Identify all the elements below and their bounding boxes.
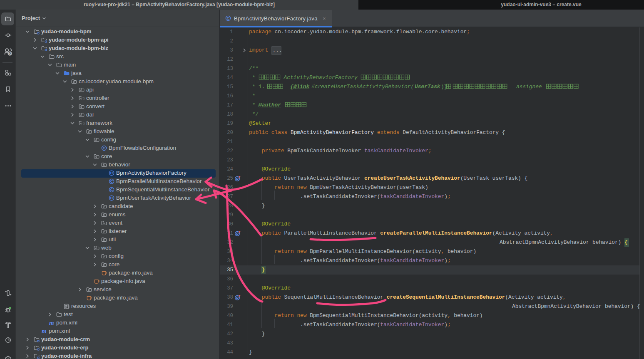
svg-text:C: C	[110, 196, 113, 200]
svg-text:C: C	[110, 188, 113, 192]
svg-text:C: C	[110, 171, 113, 175]
svg-text:m: m	[42, 328, 47, 334]
svg-text:C: C	[110, 179, 113, 183]
svg-text:C: C	[103, 146, 106, 150]
svg-text:m: m	[49, 319, 54, 326]
svg-text:?: ?	[8, 51, 10, 55]
svg-text:C: C	[227, 16, 230, 20]
